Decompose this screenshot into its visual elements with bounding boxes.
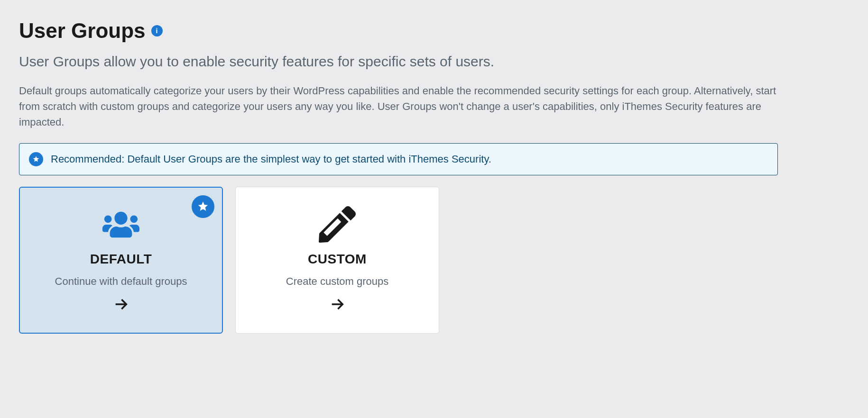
notice-text: Recommended: Default User Groups are the…: [51, 153, 491, 165]
info-icon[interactable]: i: [151, 25, 163, 36]
option-cards: DEFAULT Continue with default groups CUS…: [19, 187, 778, 334]
star-icon: [29, 152, 43, 166]
custom-card-title: CUSTOM: [308, 252, 367, 267]
default-card-description: Continue with default groups: [55, 275, 187, 288]
page-title: User Groups: [19, 19, 146, 43]
arrow-right-icon: [329, 296, 345, 314]
page-subtitle: User Groups allow you to enable security…: [19, 52, 778, 72]
recommendation-notice: Recommended: Default User Groups are the…: [19, 143, 778, 175]
recommended-badge-icon: [192, 195, 214, 218]
custom-card-description: Create custom groups: [286, 275, 388, 288]
page-description: Default groups automatically categorize …: [19, 83, 778, 130]
users-icon: [102, 206, 139, 243]
default-card-title: DEFAULT: [90, 252, 152, 267]
default-option-card[interactable]: DEFAULT Continue with default groups: [19, 187, 223, 334]
page-header: User Groups i: [19, 19, 778, 43]
arrow-right-icon: [113, 296, 129, 314]
pencil-icon: [319, 206, 356, 243]
custom-option-card[interactable]: CUSTOM Create custom groups: [235, 187, 439, 334]
